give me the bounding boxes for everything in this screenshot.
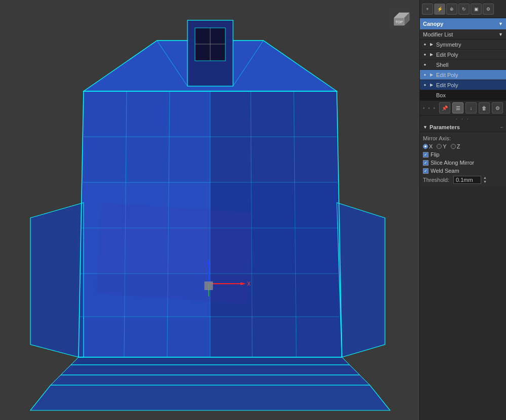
- weld-seam-checkbox[interactable]: [423, 168, 429, 174]
- axis-z-radio[interactable]: Z: [451, 143, 460, 149]
- editpoly3-eye-icon[interactable]: ●: [422, 82, 428, 88]
- stack-separator: • • •: [420, 116, 506, 122]
- axis-z-label: Z: [457, 143, 460, 149]
- svg-marker-24: [337, 203, 385, 357]
- make-unique-button[interactable]: ↓: [465, 102, 477, 113]
- parameters-collapse-button[interactable]: −: [500, 125, 503, 130]
- object-name-dropdown-arrow[interactable]: ▼: [498, 21, 503, 26]
- modifier-editpoly-3[interactable]: ● ▶ Edit Poly: [420, 80, 506, 90]
- shell-eye-icon[interactable]: ●: [422, 62, 428, 68]
- threshold-label: Threshold:: [423, 177, 449, 183]
- mirror-axis-label: Mirror Axis:: [423, 135, 451, 141]
- svg-marker-11: [30, 385, 390, 410]
- svg-text:TOP: TOP: [396, 20, 403, 24]
- parameters-collapse-arrow: ▼: [423, 125, 427, 130]
- editpoly1-arrow-icon[interactable]: ▶: [429, 52, 434, 57]
- separator-dots: • • •: [423, 104, 436, 112]
- flip-checkbox[interactable]: [423, 152, 429, 158]
- object-name-label: Canopy: [423, 21, 443, 27]
- shell-label: Shell: [436, 62, 448, 68]
- mirror-axis-radio-group: X Y Z: [423, 143, 503, 149]
- parameters-content: Mirror Axis: X Y Z: [420, 132, 506, 187]
- modifier-shell[interactable]: ● ▶ Shell: [420, 60, 506, 70]
- threshold-up-arrow[interactable]: ▲: [483, 176, 487, 180]
- axis-y-label: Y: [443, 143, 446, 149]
- remove-modifier-button[interactable]: 🗑: [479, 102, 490, 113]
- configure-modifier-sets-button[interactable]: ⚙: [492, 102, 503, 113]
- editpoly2-eye-icon[interactable]: ●: [422, 72, 428, 78]
- axis-y-radio[interactable]: Y: [437, 143, 446, 149]
- sidebar: + ⚡ ⊕ ↻ ▣ ⚙ Canopy ▼ Modifier List ▼ ● ▶…: [419, 0, 506, 420]
- utilities-panel-button[interactable]: ⚙: [483, 4, 494, 15]
- nav-cube[interactable]: TOP: [386, 5, 412, 30]
- object-name-bar[interactable]: Canopy ▼: [420, 18, 506, 29]
- editpoly1-label: Edit Poly: [436, 52, 458, 58]
- weld-seam-label: Weld Seam: [431, 168, 459, 174]
- axis-x-radio[interactable]: X: [423, 143, 433, 149]
- editpoly3-label: Edit Poly: [436, 82, 458, 88]
- modifier-editpoly-2[interactable]: ● ▶ Edit Poly: [420, 70, 506, 80]
- svg-marker-17: [71, 357, 349, 365]
- parameters-title: Parameters: [430, 124, 460, 130]
- modifier-list-dropdown-arrow[interactable]: ▼: [498, 32, 503, 37]
- editpoly1-eye-icon[interactable]: ●: [422, 52, 428, 58]
- editpoly2-arrow-icon[interactable]: ▶: [429, 72, 434, 78]
- modifier-editpoly-1[interactable]: ● ▶ Edit Poly: [420, 50, 506, 60]
- create-panel-button[interactable]: +: [422, 4, 433, 15]
- box-label: Box: [436, 92, 446, 98]
- svg-rect-57: [205, 282, 213, 290]
- axis-x-label: X: [429, 143, 433, 149]
- modifier-box[interactable]: ● ▶ Box: [420, 90, 506, 100]
- threshold-row: Threshold: ▲ ▼: [423, 176, 503, 184]
- motion-panel-button[interactable]: ↻: [458, 4, 470, 15]
- model-canvas: X: [0, 0, 419, 420]
- modifier-toolbar: • • • 📌 ☰ ↓ 🗑 ⚙: [420, 100, 506, 116]
- threshold-spinner[interactable]: ▲ ▼: [483, 176, 487, 184]
- editpoly2-label: Edit Poly: [436, 72, 458, 78]
- axis-z-radio-circle[interactable]: [451, 144, 456, 149]
- viewport[interactable]: X TOP: [0, 0, 419, 420]
- threshold-down-arrow[interactable]: ▼: [483, 180, 487, 184]
- flip-row: Flip: [423, 151, 503, 158]
- modify-panel-button[interactable]: ⚡: [434, 4, 445, 15]
- modifier-list-header[interactable]: Modifier List ▼: [420, 29, 506, 40]
- slice-along-mirror-row: Slice Along Mirror: [423, 160, 503, 166]
- svg-text:X: X: [247, 281, 251, 287]
- modifier-symmetry[interactable]: ● ▶ Symmetry: [420, 40, 506, 50]
- axis-y-radio-circle[interactable]: [437, 144, 442, 149]
- flip-label: Flip: [431, 151, 440, 158]
- parameters-header[interactable]: ▼ Parameters −: [420, 122, 506, 132]
- svg-marker-15: [61, 365, 360, 375]
- modifier-stack: ● ▶ Symmetry ● ▶ Edit Poly ● ▶ Shell ● ▶…: [420, 40, 506, 100]
- slice-along-mirror-label: Slice Along Mirror: [431, 160, 474, 166]
- display-panel-button[interactable]: ▣: [471, 4, 482, 15]
- pin-stack-button[interactable]: 📌: [439, 102, 450, 113]
- editpoly3-arrow-icon[interactable]: ▶: [429, 83, 434, 88]
- slice-along-mirror-checkbox[interactable]: [423, 160, 429, 166]
- axis-x-radio-circle[interactable]: [423, 144, 428, 149]
- modifier-list-label: Modifier List: [423, 31, 453, 37]
- svg-marker-51: [96, 203, 253, 304]
- threshold-input[interactable]: [453, 176, 481, 184]
- symmetry-arrow-icon[interactable]: ▶: [429, 42, 434, 47]
- symmetry-label: Symmetry: [436, 42, 461, 48]
- parameters-section: ▼ Parameters − Mirror Axis: X Y: [420, 122, 506, 420]
- svg-marker-13: [51, 375, 370, 385]
- show-end-result-button[interactable]: ☰: [452, 102, 463, 113]
- symmetry-eye-icon[interactable]: ●: [422, 42, 428, 48]
- hierarchy-panel-button[interactable]: ⊕: [446, 4, 457, 15]
- svg-marker-22: [30, 203, 84, 357]
- weld-seam-row: Weld Seam: [423, 168, 503, 174]
- sidebar-toolbar: + ⚡ ⊕ ↻ ▣ ⚙: [420, 0, 506, 18]
- mirror-axis-row: Mirror Axis:: [423, 135, 503, 141]
